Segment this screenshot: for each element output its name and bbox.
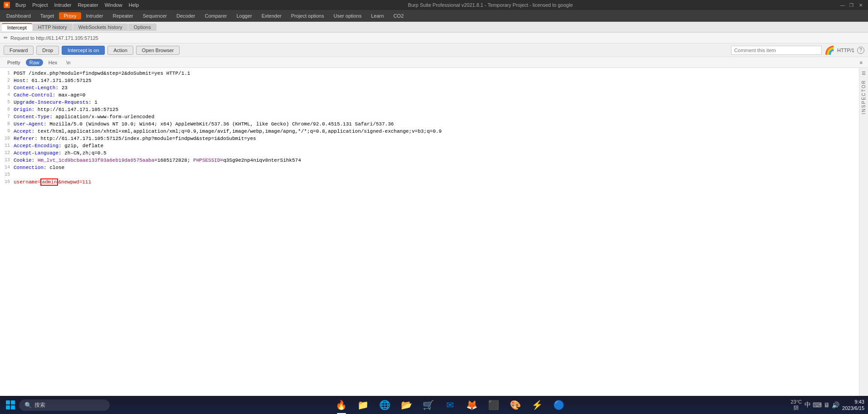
code-editor[interactable]: 1 POST /index.php?module=findpwd&step=2&… [0,68,859,400]
taskbar-search-icon: 🔍 [24,402,32,409]
nav-intruder[interactable]: Intruder [82,12,108,19]
taskbar-burp-app[interactable]: 🔥 [332,397,351,413]
taskbar-clock[interactable]: 9:43 2023/6/15 [842,399,864,412]
nav-sequencer[interactable]: Sequencer [138,12,171,19]
burp-taskbar-icon: 🔥 [336,400,347,410]
nav-learn[interactable]: Learn [366,12,388,19]
taskbar-app-terminal[interactable]: ⬛ [485,397,503,413]
taskbar-search[interactable]: 🔍 搜索 [19,400,110,411]
list-view-icon[interactable]: ≡ [858,59,864,66]
weather-temp: 23°C [790,399,802,404]
taskbar-app-ps[interactable]: 🎨 [507,397,525,413]
menu-burp[interactable]: Burp [13,2,29,8]
lightning-icon: ⚡ [532,400,543,410]
open-browser-button[interactable]: Open Browser [136,46,180,55]
format-tabs-right: ≡ [858,59,864,66]
taskbar-app-mail[interactable]: ✉ [441,397,459,413]
tab-options[interactable]: Options [128,24,156,31]
taskbar: 🔍 搜索 🔥 📁 🌐 📂 🛒 ✉ 🦊 ⬛ 🎨 [0,396,868,414]
maximize-button[interactable]: ❐ [848,2,855,8]
folder-icon: 📁 [357,400,369,410]
tab-raw[interactable]: Raw [26,59,43,66]
code-line-13: 13 Cookie: Hm_lvt_1cd9bcbaae133f03a6eb19… [0,157,859,164]
circle-icon: 🔵 [553,400,565,410]
menu-intruder[interactable]: Intruder [52,2,74,8]
terminal-icon: ⬛ [488,400,499,410]
browser2-icon: 🦊 [466,400,478,410]
nav-decoder[interactable]: Decoder [172,12,200,19]
code-line-6: 6 Origin: http://61.147.171.105:57125 [0,106,859,113]
nav-user-options[interactable]: User options [329,12,366,19]
nav-proxy[interactable]: Proxy [59,12,81,19]
menu-window[interactable]: Window [102,2,125,8]
nav-dashboard[interactable]: Dashboard [2,12,35,19]
taskbar-right: 23°C 阴 中 ⌨ 🖥 🔊 9:43 2023/6/15 [790,399,864,412]
minimize-button[interactable]: — [839,2,846,8]
ps-icon: 🎨 [510,400,521,410]
tab-pretty[interactable]: Pretty [4,59,24,66]
nav-comparer[interactable]: Comparer [200,12,232,19]
menu-project[interactable]: Project [29,2,50,8]
taskbar-system-icons: 中 ⌨ 🖥 🔊 [805,401,839,409]
proxy-tabs: Intercept HTTP history WebSockets histor… [0,22,868,33]
keyboard-icon[interactable]: ⌨ [813,401,822,409]
top-navigation: Dashboard Target Proxy Intruder Repeater… [0,10,868,22]
tab-http-history[interactable]: HTTP history [33,24,73,31]
monitor-icon[interactable]: 🖥 [824,401,830,409]
code-line-14: 14 Connection: close [0,164,859,171]
taskbar-app-lightning[interactable]: ⚡ [528,397,546,413]
clock-date: 2023/6/15 [842,405,864,411]
code-line-4: 4 Cache-Control: max-age=0 [0,91,859,99]
pencil-icon: ✏ [4,35,8,41]
help-icon[interactable]: ? [857,47,864,54]
windows-start-button[interactable] [4,398,17,412]
nav-repeater[interactable]: Repeater [108,12,137,19]
taskbar-search-text: 搜索 [34,401,45,409]
windows-logo [6,400,15,409]
nav-target[interactable]: Target [36,12,59,19]
inspector-toggle[interactable]: ☰ [861,70,867,76]
main-content: 1 POST /index.php?module=findpwd&step=2&… [0,68,868,400]
burp-icon: B [4,2,10,8]
nav-logger[interactable]: Logger [232,12,256,19]
tab-websockets-history[interactable]: WebSockets history [73,24,128,31]
taskbar-app-browser2[interactable]: 🦊 [463,397,481,413]
files-icon: 📂 [401,400,412,410]
action-button[interactable]: Action [107,46,133,55]
code-line-9: 9 Accept: text/html,application/xhtml+xm… [0,128,859,135]
code-line-1: 1 POST /index.php?module=findpwd&step=2&… [0,70,859,77]
volume-icon[interactable]: 🔊 [832,401,839,409]
format-tabs: Pretty Raw Hex \n ≡ [0,57,868,68]
code-line-12: 12 Accept-Language: zh-CN,zh;q=0.5 [0,149,859,157]
titlebar-left: B Burp Project Intruder Repeater Window … [4,2,141,8]
close-button[interactable]: ✕ [857,2,864,8]
ime-icon[interactable]: 中 [805,401,811,409]
request-url: Request to http://61.147.171.105:57125 [10,35,98,41]
titlebar: B Burp Project Intruder Repeater Window … [0,0,868,10]
intercept-toggle-button[interactable]: Intercept is on [62,46,105,55]
tab-hex[interactable]: Hex [45,59,61,66]
taskbar-app-edge[interactable]: 🌐 [376,397,394,413]
mail-icon: ✉ [446,400,454,410]
code-line-11: 11 Accept-Encoding: gzip, deflate [0,142,859,149]
taskbar-app-files[interactable]: 📂 [398,397,416,413]
color-picker-icon[interactable]: 🌈 [824,45,834,55]
titlebar-title: Burp Suite Professional v2021.8.1 - Temp… [408,2,573,8]
tab-intercept[interactable]: Intercept [2,23,32,31]
tab-ln[interactable]: \n [63,59,74,66]
titlebar-controls: — ❐ ✕ [839,2,864,8]
nav-co2[interactable]: CO2 [389,12,408,19]
code-line-2: 2 Host: 61.147.171.105:57125 [0,77,859,84]
taskbar-app-circle[interactable]: 🔵 [550,397,568,413]
edge-icon: 🌐 [379,400,390,410]
menu-repeater[interactable]: Repeater [75,2,101,8]
forward-button[interactable]: Forward [4,46,34,55]
taskbar-app-store[interactable]: 🛒 [419,397,438,413]
nav-project-options[interactable]: Project options [287,12,329,19]
comment-input[interactable] [731,46,822,55]
drop-button[interactable]: Drop [36,46,59,55]
menu-help[interactable]: Help [126,2,142,8]
nav-extender[interactable]: Extender [257,12,286,19]
action-bar-right: 🌈 HTTP/1 ? [731,45,864,55]
taskbar-app-folder[interactable]: 📁 [354,397,372,413]
